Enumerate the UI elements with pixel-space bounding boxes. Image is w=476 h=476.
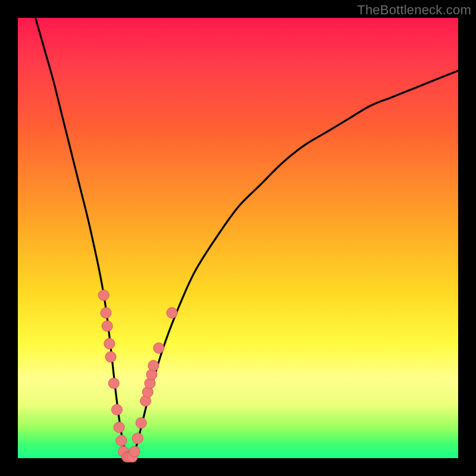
highlight-dot: [129, 446, 140, 457]
plot-area: [18, 18, 458, 458]
bottleneck-curve: [36, 18, 458, 460]
highlight-dot: [98, 290, 109, 300]
highlight-dot: [105, 352, 116, 362]
highlight-dot: [148, 361, 159, 371]
highlight-dot: [102, 321, 112, 331]
highlight-dot: [104, 339, 115, 349]
highlight-dot: [167, 308, 177, 318]
highlight-dot: [154, 343, 164, 353]
watermark-text: TheBottleneck.com: [357, 2, 471, 18]
highlight-dot: [136, 418, 146, 428]
highlight-dots-group: [98, 290, 177, 462]
highlight-dot: [101, 308, 111, 318]
chart-stage: TheBottleneck.com: [0, 0, 476, 476]
highlight-dot: [116, 435, 127, 446]
highlight-dot: [112, 405, 123, 415]
highlight-dot: [132, 433, 143, 444]
highlight-dot: [108, 378, 119, 389]
chart-svg: [18, 18, 458, 458]
highlight-dot: [114, 422, 124, 433]
